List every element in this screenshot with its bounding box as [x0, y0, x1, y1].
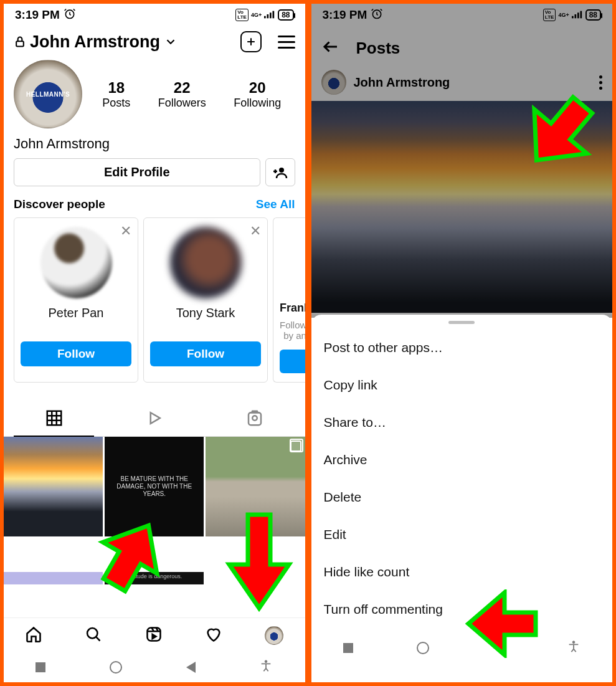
sheet-edit[interactable]: Edit: [311, 516, 613, 553]
grid-tab[interactable]: [4, 404, 104, 436]
volte-icon: VoLTE: [543, 9, 556, 21]
sheet-share-to[interactable]: Share to…: [311, 404, 613, 441]
signal-icon: [264, 8, 275, 22]
alarm-icon: [371, 7, 383, 23]
battery-indicator: 88: [585, 9, 601, 21]
home-button[interactable]: [110, 661, 122, 674]
sheet-turn-off-commenting[interactable]: Turn off commenting: [311, 591, 613, 628]
post-thumbnail[interactable]: [4, 437, 103, 536]
following-stat[interactable]: 20 Following: [234, 79, 281, 110]
reels-tab[interactable]: [104, 404, 204, 436]
system-nav: [4, 652, 305, 682]
svg-rect-5: [16, 41, 24, 46]
post-thumbnail[interactable]: [206, 437, 305, 536]
search-icon[interactable]: [85, 626, 102, 646]
username-switcher[interactable]: John Armstrong: [14, 32, 178, 52]
svg-rect-17: [580, 11, 582, 19]
svg-point-6: [279, 168, 284, 173]
posts-stat[interactable]: 18 Posts: [102, 79, 130, 110]
followers-stat[interactable]: 22 Followers: [158, 79, 206, 110]
discover-people-button[interactable]: [265, 158, 295, 186]
sheet-delete[interactable]: Delete: [311, 479, 613, 516]
profile-screen: 3:19 PM VoLTE 4G+ 88 John Armstrong: [4, 4, 305, 682]
status-time: 3:19 PM: [15, 8, 60, 22]
recents-button[interactable]: [36, 662, 45, 672]
svg-rect-3: [270, 12, 272, 18]
menu-button[interactable]: [278, 36, 295, 49]
post-thumbnail[interactable]: [206, 572, 305, 584]
posts-header: Posts: [311, 26, 613, 66]
header-username: John Armstrong: [30, 32, 160, 52]
system-nav: [311, 633, 613, 663]
recents-button[interactable]: [343, 643, 353, 653]
card-avatar[interactable]: [40, 227, 112, 298]
activity-icon[interactable]: [205, 626, 222, 646]
sheet-hide-like-count[interactable]: Hide like count: [311, 553, 613, 591]
svg-rect-14: [572, 16, 574, 19]
sheet-handle[interactable]: [448, 321, 475, 324]
author-avatar[interactable]: [321, 70, 346, 95]
svg-rect-15: [574, 14, 576, 18]
svg-rect-16: [577, 12, 579, 18]
sheet-archive[interactable]: Archive: [311, 441, 613, 479]
discover-card: ✕ Tony Stark Follow: [143, 217, 268, 383]
card-name: Tony Stark: [150, 306, 261, 320]
options-sheet: Post to other apps… Copy link Share to… …: [311, 315, 613, 682]
display-name: John Armstrong: [4, 132, 305, 158]
accessibility-button[interactable]: [567, 640, 580, 656]
post-thumbnail[interactable]: BE MATURE WITH THE DAMAGE, NOT WITH THE …: [105, 437, 204, 536]
status-bar: 3:19 PM VoLTE 4G+ 88: [4, 4, 305, 26]
follow-button[interactable]: [280, 350, 305, 373]
posts-grid: BE MATURE WITH THE DAMAGE, NOT WITH THE …: [4, 437, 305, 617]
svg-point-18: [572, 641, 575, 644]
post-more-button[interactable]: [599, 75, 602, 90]
create-button[interactable]: [240, 31, 262, 52]
svg-rect-4: [273, 11, 275, 19]
lock-icon: [14, 35, 26, 49]
sheet-post-to-other-apps[interactable]: Post to other apps…: [311, 329, 613, 366]
post-author-row: John Armstrong: [311, 66, 613, 101]
status-time: 3:19 PM: [323, 8, 367, 22]
home-button[interactable]: [417, 642, 429, 654]
battery-indicator: 88: [278, 9, 293, 21]
post-thumbnail[interactable]: Solitude is dangerous.: [105, 572, 204, 584]
follow-button[interactable]: Follow: [150, 341, 261, 366]
close-icon[interactable]: ✕: [120, 223, 131, 239]
profile-nav-avatar[interactable]: [265, 626, 283, 645]
back-button[interactable]: [186, 662, 196, 673]
svg-rect-2: [267, 14, 269, 18]
close-icon[interactable]: ✕: [250, 223, 261, 239]
home-icon[interactable]: [25, 626, 42, 646]
svg-point-12: [265, 660, 267, 663]
discover-card: ✕ Peter Pan Follow: [14, 217, 138, 383]
card-avatar[interactable]: [170, 227, 242, 298]
svg-rect-1: [264, 16, 266, 19]
sheet-copy-link[interactable]: Copy link: [311, 366, 613, 404]
post-image[interactable]: [311, 101, 613, 313]
signal-icon: [572, 8, 583, 22]
profile-avatar[interactable]: HELLMANN'S: [14, 60, 82, 128]
profile-header: John Armstrong: [4, 26, 305, 60]
card-subtitle: Followed by an: [280, 320, 305, 341]
reels-nav-icon[interactable]: [145, 626, 163, 646]
profile-tabs: [4, 404, 305, 437]
post-thumbnail[interactable]: [4, 572, 103, 584]
bottom-nav: [4, 617, 305, 652]
back-arrow-icon[interactable]: [321, 37, 340, 59]
post-options-screen: 3:19 PM VoLTE 4G+ 88 Posts John Armstron…: [311, 4, 613, 682]
page-title: Posts: [356, 39, 400, 58]
svg-point-10: [88, 628, 98, 638]
tagged-tab[interactable]: [204, 404, 305, 436]
svg-point-9: [252, 416, 257, 421]
author-name[interactable]: John Armstrong: [354, 75, 450, 90]
follow-button[interactable]: Follow: [21, 341, 131, 366]
alarm-icon: [64, 7, 76, 23]
status-bar: 3:19 PM VoLTE 4G+ 88: [311, 4, 613, 26]
discover-card: Frank Followed by an: [273, 217, 305, 383]
discover-carousel[interactable]: ✕ Peter Pan Follow ✕ Tony Stark Follow F…: [4, 217, 305, 383]
back-button[interactable]: [493, 642, 503, 654]
card-name: Peter Pan: [21, 306, 131, 320]
accessibility-button[interactable]: [259, 659, 273, 675]
edit-profile-button[interactable]: Edit Profile: [14, 158, 260, 186]
see-all-link[interactable]: See All: [256, 198, 295, 211]
